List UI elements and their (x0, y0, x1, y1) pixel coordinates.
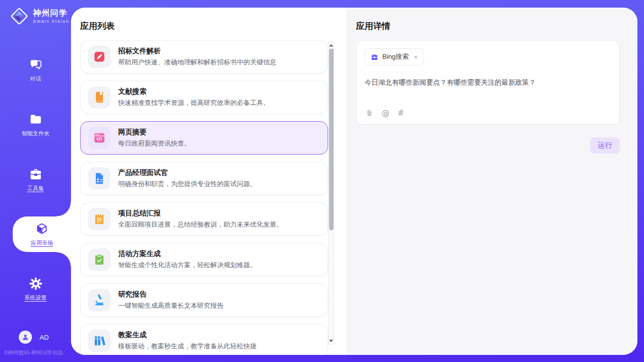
folder-icon (29, 113, 43, 126)
app-card-desc: 明确身份和职责，为您提供专业性的面试问题。 (118, 179, 257, 189)
user-name: AD (40, 334, 49, 341)
scroll-down-button[interactable] (329, 338, 333, 344)
briefcase-icon (371, 53, 378, 61)
app-card[interactable]: 网页摘要 每日政府新闻资讯快查。 (80, 121, 328, 155)
microscope-icon (93, 294, 106, 307)
sidebar-item-label: 工具集 (27, 185, 44, 192)
copyright-footer: ©神州数码·神州问学出品 (4, 349, 63, 356)
tag-close-icon[interactable]: × (414, 54, 418, 60)
app-card-desc: 一键智能生成高质量长文本研究报告 (118, 301, 224, 310)
brand-subtitle: Smart Vision (33, 19, 69, 24)
sidebar-item-folders[interactable]: 智能文件夹 (0, 107, 71, 142)
books-icon (93, 334, 106, 347)
app-card-desc: 全面回顾项目进展，总结经验教训，助力未来优化发展。 (118, 220, 283, 229)
scroll-up-button[interactable] (329, 42, 333, 48)
doc-person-icon (93, 172, 106, 185)
brand-logo-icon (10, 7, 28, 25)
hash-icon[interactable]: # (398, 108, 404, 118)
sidebar-item-market[interactable]: 应用市场 (13, 216, 71, 252)
app-card-title: 活动方案生成 (118, 249, 257, 259)
run-button[interactable]: 运行 (590, 137, 620, 154)
chat-icon (29, 58, 43, 71)
arrow-down-icon (329, 340, 333, 342)
cube-icon (35, 222, 49, 236)
brand-name: 神州问学 (33, 9, 69, 18)
app-card-title: 研究报告 (118, 290, 224, 299)
sidebar-item-label: 智能文件夹 (22, 130, 50, 137)
app-list-pane: 应用列表 招标文件解析 帮助用户快速、准确地理解和解析招标书中的关键信息 文献搜… (71, 8, 346, 355)
toolbox-icon (29, 167, 43, 181)
app-card[interactable]: 产品经理面试官 明确身份和职责，为您提供专业性的面试问题。 (80, 162, 328, 195)
prompt-text[interactable]: 今日湖北有哪些新闻要点？有哪些需要关注的最新政策？ (365, 78, 611, 88)
tool-tag-label: Bing搜索 (382, 52, 409, 61)
app-card[interactable]: 招标文件解析 帮助用户快速、准确地理解和解析招标书中的关键信息 (80, 40, 328, 74)
sidebar-item-label: 应用市场 (31, 239, 53, 247)
app-card-title: 文献搜索 (118, 87, 270, 96)
app-card[interactable]: 研究报告 一键智能生成高质量长文本研究报告 (80, 283, 328, 317)
sidebar-item-tools[interactable]: 工具集 (0, 162, 71, 197)
app-card-desc: 模板驱动，教案秒生成，教学准备从此轻松快捷 (118, 342, 257, 351)
book-icon (93, 91, 106, 104)
prompt-input-card[interactable]: Bing搜索 × 今日湖北有哪些新闻要点？有哪些需要关注的最新政策？ @ # (356, 40, 620, 125)
app-card-desc: 智能生成个性化活动方案，轻松解决规划难题。 (118, 261, 257, 270)
app-card[interactable]: 活动方案生成 智能生成个性化活动方案，轻松解决规划难题。 (80, 243, 328, 276)
app-detail-pane: 应用详情 Bing搜索 × 今日湖北有哪些新闻要点？有哪些需要关注的最新政策？ … (346, 8, 637, 355)
sidebar: 神州问学 Smart Vision 对话 智能文件夹 工具集 应用市场 系统设置… (0, 0, 71, 362)
app-card-title: 教案生成 (118, 331, 257, 340)
sidebar-nav: 对话 智能文件夹 工具集 应用市场 系统设置 (0, 52, 71, 326)
notepad-icon (93, 212, 106, 226)
app-card[interactable]: 项目总结汇报 全面回顾项目进展，总结经验教训，助力未来优化发展。 (80, 202, 328, 236)
edit-square-icon (93, 50, 106, 63)
app-card-title: 招标文件解析 (118, 47, 276, 56)
person-icon (21, 333, 29, 341)
user-row[interactable]: AD (19, 331, 49, 344)
app-card-desc: 帮助用户快速、准确地理解和解析招标书中的关键信息 (118, 58, 276, 67)
sidebar-item-chat[interactable]: 对话 (0, 52, 71, 88)
scrollbar-thumb[interactable] (329, 49, 334, 230)
tool-tag-bing-search[interactable]: Bing搜索 × (365, 48, 424, 65)
mention-icon[interactable]: @ (382, 108, 389, 118)
avatar (19, 331, 32, 344)
app-card[interactable]: 教案生成 模板驱动，教案秒生成，教学准备从此轻松快捷 (80, 324, 328, 355)
clipboard-check-icon (93, 253, 106, 266)
app-card-desc: 每日政府新闻资讯快查。 (118, 139, 191, 148)
sidebar-item-settings[interactable]: 系统设置 (0, 271, 71, 307)
app-list-title: 应用列表 (80, 20, 115, 32)
app-card-title: 项目总结汇报 (118, 209, 283, 218)
run-row: 运行 (590, 137, 620, 154)
paperclip-icon[interactable] (365, 109, 374, 118)
browser-icon (93, 131, 106, 144)
sidebar-item-label: 系统设置 (24, 294, 47, 302)
app-card-title: 网页摘要 (118, 128, 191, 137)
app-card-desc: 快速精准查找学术资源，提高研究效率的必备工具。 (118, 98, 270, 107)
app-card[interactable]: 文献搜索 快速精准查找学术资源，提高研究效率的必备工具。 (80, 81, 328, 114)
content-shell: 应用列表 招标文件解析 帮助用户快速、准确地理解和解析招标书中的关键信息 文献搜… (71, 8, 637, 355)
scrollbar[interactable] (328, 41, 334, 345)
app-card-list: 招标文件解析 帮助用户快速、准确地理解和解析招标书中的关键信息 文献搜索 快速精… (80, 40, 328, 355)
arrow-up-icon (329, 44, 333, 47)
brand: 神州问学 Smart Vision (10, 7, 69, 25)
gear-icon (29, 277, 43, 291)
app-detail-title: 应用详情 (356, 20, 390, 32)
composer-toolbar: @ # (365, 108, 404, 118)
app-card-title: 产品经理面试官 (118, 168, 257, 177)
sidebar-item-label: 对话 (30, 75, 41, 83)
